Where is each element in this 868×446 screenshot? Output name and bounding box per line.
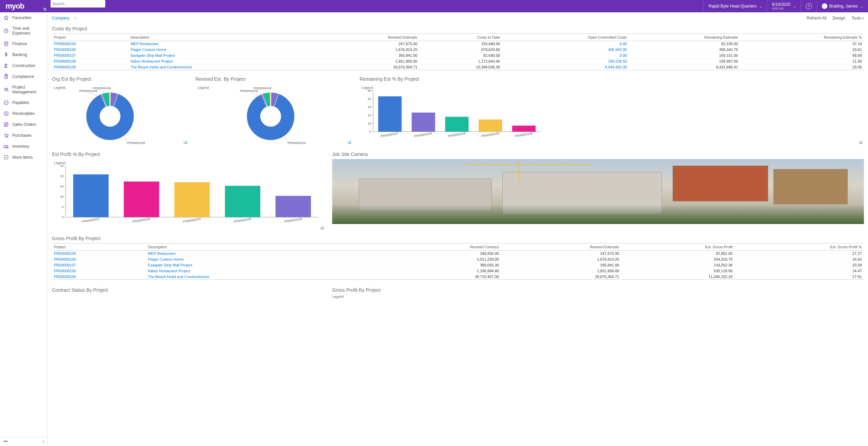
- project-link[interactable]: PR00000104: [54, 251, 76, 255]
- open-cost-link[interactable]: 406,942.85: [608, 48, 627, 52]
- col-header[interactable]: Project: [52, 244, 146, 251]
- chart-menu-icon[interactable]: 📊: [320, 226, 324, 229]
- design-button[interactable]: Design: [832, 16, 845, 21]
- desc-link[interactable]: Eastgate Strip Mall Project: [148, 263, 192, 267]
- sidebar: FavouritesTime and ExpensesFinanceBankin…: [0, 12, 48, 446]
- desc-link[interactable]: Eastgate Strip Mall Project: [131, 53, 175, 57]
- project-link[interactable]: PR00000106: [54, 48, 76, 52]
- user-menu[interactable]: Brading, James ⌄: [817, 0, 868, 12]
- chart-menu-icon[interactable]: 📊: [347, 140, 351, 144]
- more-icon[interactable]: •••: [3, 439, 8, 444]
- col-header[interactable]: Description: [146, 244, 382, 251]
- project-link[interactable]: PR00000107: [54, 53, 76, 57]
- section-remaining-title: Remaining Est % By Project: [360, 76, 864, 82]
- col-header[interactable]: Est. Gross Profit %: [735, 244, 864, 251]
- open-cost-link[interactable]: 284,225.50: [608, 59, 627, 63]
- cell: 27.81: [735, 274, 864, 280]
- favourite-star-icon[interactable]: ☆: [73, 16, 77, 21]
- company-name: Rapid Byte Head Quarters: [708, 4, 757, 9]
- desc-link[interactable]: The Beach Hotel and Condominiums: [148, 275, 209, 279]
- table-row: PR00000108 Italian Restaurant Project 1,…: [52, 58, 864, 64]
- svg-point-12: [5, 147, 5, 148]
- sidebar-item-receivables[interactable]: Receivables: [0, 108, 48, 119]
- help-icon: ?: [806, 3, 812, 9]
- col-header[interactable]: Est. Gross Profit: [621, 244, 735, 251]
- remaining-est-chart[interactable]: 01632486480PR00000107PR00000104PR0000010…: [360, 84, 544, 145]
- sidebar-item-purchases[interactable]: Purchases: [0, 130, 48, 141]
- svg-point-16: [8, 155, 8, 156]
- cell: 247,675.00: [321, 41, 419, 47]
- rev-est-chart[interactable]: PR00000106PR00000108PR00000109: [195, 84, 339, 145]
- project-link[interactable]: PR00000106: [54, 257, 76, 261]
- cell: 92,235.00: [629, 41, 740, 47]
- sidebar-item-sales-orders[interactable]: Sales Orders: [0, 119, 48, 130]
- col-header[interactable]: Revised Estimate: [501, 244, 621, 251]
- svg-text:PR00000106: PR00000106: [284, 217, 302, 224]
- open-cost-link[interactable]: 0.00: [620, 42, 627, 46]
- chart-menu-icon[interactable]: 📊: [183, 140, 187, 144]
- open-cost-link[interactable]: 9,943,982.00: [605, 65, 627, 69]
- org-est-chart[interactable]: PR00000106PR00000108PR00000109: [52, 84, 161, 145]
- col-header[interactable]: Open Committed Costs: [502, 34, 629, 41]
- sidebar-item-inventory[interactable]: Inventory: [0, 141, 48, 152]
- chevron-down-icon: ▾: [862, 17, 864, 20]
- profit-chart[interactable]: 0816243240PR00000107PR00000109PR00000104…: [52, 159, 322, 231]
- breadcrumb-company[interactable]: Company: [52, 16, 69, 21]
- desc-link[interactable]: MEP Restaurant: [148, 251, 176, 255]
- sidebar-item-more[interactable]: More Items: [0, 152, 48, 163]
- svg-rect-11: [4, 145, 6, 147]
- desc-link[interactable]: Italian Restaurant Project: [148, 269, 190, 273]
- project-link[interactable]: PR00000108: [54, 59, 76, 63]
- date-selector[interactable]: 6/10/2020 8:53 AM ⌄: [767, 0, 800, 12]
- collapse-icon[interactable]: ‹: [43, 439, 44, 444]
- chart-menu-icon[interactable]: 📊: [858, 140, 863, 144]
- col-header[interactable]: Description: [128, 34, 321, 41]
- project-link[interactable]: PR00000104: [54, 42, 76, 46]
- svg-rect-77: [174, 182, 210, 217]
- svg-text:0: 0: [369, 130, 371, 133]
- company-selector[interactable]: Rapid Byte Head Quarters⌄: [703, 0, 767, 12]
- sidebar-item-payables[interactable]: Payables: [0, 97, 48, 108]
- refresh-all-button[interactable]: Refresh All: [806, 16, 826, 21]
- tools-button[interactable]: Tools ▾: [852, 16, 864, 21]
- sidebar-label: Project Management: [12, 85, 44, 94]
- sidebar-item-compliance[interactable]: Compliance: [0, 71, 48, 82]
- col-header[interactable]: Remaining Estimate %: [740, 34, 864, 41]
- project-link[interactable]: PR00000109: [54, 65, 76, 69]
- desc-link[interactable]: Italian Restaurant Project: [131, 59, 173, 63]
- col-header[interactable]: Costs to Date: [419, 34, 502, 41]
- chevron-down-icon: ⌄: [860, 4, 863, 8]
- plus-icon: [3, 111, 9, 116]
- open-cost-link[interactable]: 0.00: [620, 53, 627, 57]
- project-link[interactable]: PR00000107: [54, 263, 76, 267]
- svg-point-4: [5, 88, 6, 89]
- desc-link[interactable]: The Beach Hotel and Condominiums: [131, 65, 192, 69]
- cell: 29.06: [740, 64, 864, 70]
- sidebar-item-finance[interactable]: Finance: [0, 38, 48, 49]
- sidebar-item-favourites[interactable]: Favourites: [0, 12, 48, 23]
- sidebar-item-construction[interactable]: Construction: [0, 60, 48, 71]
- sidebar-item-time-and-expenses[interactable]: Time and Expenses: [0, 23, 48, 38]
- svg-line-34: [284, 135, 288, 143]
- col-header[interactable]: Remaining Estimate: [629, 34, 740, 41]
- svg-text:PR00000104: PR00000104: [183, 217, 201, 224]
- project-link[interactable]: PR00000109: [54, 275, 76, 279]
- legend-label: Legend: [332, 295, 864, 299]
- project-link[interactable]: PR00000108: [54, 269, 76, 273]
- help-button[interactable]: ?: [801, 0, 817, 12]
- sidebar-item-banking[interactable]: Banking: [0, 49, 48, 60]
- search-icon[interactable]: 🔍: [43, 8, 48, 12]
- cell: 265,841.00: [321, 53, 419, 58]
- col-header[interactable]: Revised Contract: [382, 244, 501, 251]
- cell: 37.24: [740, 41, 864, 47]
- table-row: PR00000109 The Beach Hotel and Condomini…: [52, 64, 864, 70]
- search-input[interactable]: [51, 0, 105, 8]
- sidebar-item-project-management[interactable]: Project Management: [0, 82, 48, 97]
- desc-link[interactable]: MEP Restaurant: [131, 42, 158, 46]
- sidebar-label: Time and Expenses: [12, 26, 44, 36]
- col-header[interactable]: Project: [52, 34, 128, 41]
- desc-link[interactable]: Flager Custom Home: [131, 48, 166, 52]
- cell: 16.62: [735, 257, 864, 262]
- col-header[interactable]: Revised Estimate: [321, 34, 419, 41]
- desc-link[interactable]: Flager Custom Home: [148, 257, 184, 261]
